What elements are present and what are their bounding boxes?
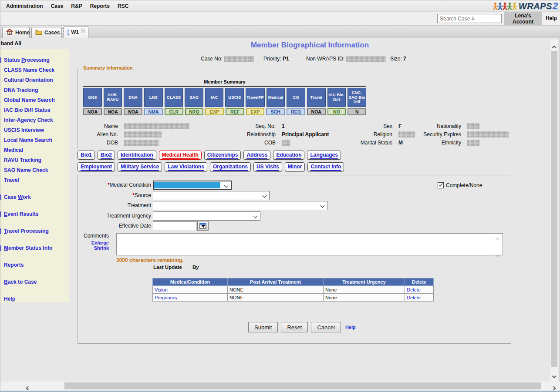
status-badge: NO	[327, 108, 346, 115]
complete-none-label: Complete/None	[446, 182, 482, 188]
vertical-scrollbar[interactable]	[550, 40, 558, 382]
member-tab-minor[interactable]: Minor	[285, 162, 305, 171]
member-tab-law-violations[interactable]: Law Violations	[165, 162, 207, 171]
header-toolbar: Lena's Account Help	[0, 12, 560, 26]
member-tab-military-service[interactable]: Military Service	[118, 162, 162, 171]
complete-none-checkbox[interactable]	[438, 182, 444, 188]
scroll-up-icon[interactable]	[553, 43, 556, 51]
member-tab-education[interactable]: Education	[273, 151, 304, 160]
cancel-button[interactable]: Cancel	[311, 322, 341, 332]
complete-none-field: Complete/None	[438, 182, 482, 188]
sidebar-item-status-processing[interactable]: Status Processing	[0, 55, 69, 65]
sidebar-item-member-status-info[interactable]: Member Status Info	[0, 243, 69, 253]
delete-link[interactable]: Delete	[405, 294, 434, 302]
sidebar-item-ravu-tracking[interactable]: RAVU Tracking	[0, 155, 69, 165]
menu-reports[interactable]: Reports	[90, 3, 110, 9]
sidebar-item-sao-name-check[interactable]: SAO Name Check	[0, 165, 69, 175]
member-tab-address[interactable]: Address	[243, 151, 270, 160]
sidebar-item-uscis-interview[interactable]: USCIS Interview	[0, 125, 69, 135]
member-tab-organizations[interactable]: Organizations	[210, 162, 251, 171]
reset-button[interactable]: Reset	[281, 322, 308, 332]
home-icon	[6, 29, 13, 37]
tab-cases-label: Cases	[44, 30, 60, 36]
sidebar-item-cultural-orientation[interactable]: Cultural Orientation	[0, 75, 69, 85]
horizontal-scrollbar[interactable]	[0, 382, 560, 390]
sidebar-item-medical[interactable]: Medical	[0, 145, 69, 155]
sidebar-item-travel-processing[interactable]: Travel Processing	[0, 226, 69, 236]
tab-cases[interactable]: Cases	[31, 27, 62, 38]
menu-rsc[interactable]: RSC	[118, 3, 128, 9]
sidebar-item-event-results[interactable]: Event Results	[0, 209, 69, 219]
member-tab-identification[interactable]: Identification	[118, 151, 156, 160]
delete-link[interactable]: Delete	[405, 286, 434, 294]
redacted-nationality	[467, 123, 479, 129]
vertical-scroll-thumb[interactable]	[551, 51, 557, 367]
form-help-link[interactable]: Help	[345, 325, 356, 330]
account-button[interactable]: Lena's Account	[504, 12, 542, 25]
tab-home[interactable]: Home	[2, 27, 30, 38]
status-badge: EXP	[205, 108, 224, 115]
scroll-down-icon[interactable]	[553, 372, 556, 379]
sidebar-item-class-name-check[interactable]: CLASS Name Check	[0, 65, 69, 75]
status-badge: NOA	[124, 108, 142, 115]
member-tab-bio1[interactable]: Bio1	[78, 151, 95, 160]
member-tab-bio2[interactable]: Bio2	[98, 151, 115, 160]
condition-link-pregnancy[interactable]: Pregnancy	[153, 294, 228, 302]
sidebar-item-iac-bio-diff-status[interactable]: IAC Bio Diff Status	[0, 105, 69, 115]
submit-button[interactable]: Submit	[248, 322, 278, 332]
textarea-scroll-down-icon[interactable]	[496, 250, 499, 258]
member-tab-us-visits[interactable]: US Visits	[253, 162, 282, 171]
condition-link-vision[interactable]: Vision	[153, 286, 228, 294]
summary-col-cnc-sao-bio-diff: CNC-SAO Bio Diff	[347, 88, 366, 107]
menu-administration[interactable]: Administration	[6, 3, 43, 9]
menu-case[interactable]: Case	[51, 3, 64, 9]
scroll-right-icon[interactable]	[552, 384, 555, 392]
search-case-input[interactable]	[437, 14, 502, 23]
treatment-urgency-select[interactable]	[153, 211, 260, 221]
shrink-link[interactable]: Shrink	[94, 245, 109, 251]
help-menu[interactable]: Help	[546, 15, 557, 21]
member-tab-citizenships[interactable]: Citizenships	[204, 151, 241, 160]
sidebar-item-travel[interactable]: Travel	[0, 175, 69, 185]
tab-w1[interactable]: W1	[64, 26, 88, 38]
member-tab-employment[interactable]: Employment	[78, 162, 115, 171]
calendar-picker-button[interactable]	[197, 221, 209, 231]
comments-textarea[interactable]	[116, 233, 503, 255]
sidebar-item-dna-tracking[interactable]: DNA Tracking	[0, 85, 69, 95]
logo-wraps-text: WRAPS	[519, 1, 552, 11]
effective-date-input[interactable]	[153, 221, 196, 230]
sidebar-item-local-name-search[interactable]: Local Name Search	[0, 135, 69, 145]
calendar-icon	[199, 223, 206, 229]
horizontal-scroll-thumb[interactable]	[64, 382, 541, 389]
medical-condition-label: *Medical Condition	[78, 182, 151, 188]
redacted-ethnicity	[467, 140, 479, 146]
logo-people-icon	[494, 2, 518, 10]
close-tab-icon[interactable]	[81, 28, 84, 33]
summary-col-travel: Travel	[307, 88, 326, 107]
textarea-scroll-up-icon[interactable]	[496, 235, 499, 243]
sidebar-item-case-work[interactable]: Case Work	[0, 192, 69, 202]
member-tabs-row1: Bio1 Bio2 Identification Medical Health …	[78, 151, 341, 160]
folder-icon	[35, 29, 42, 36]
status-badge: REQ	[287, 108, 305, 115]
member-tab-languages[interactable]: Languages	[307, 151, 341, 160]
sidebar-item-global-name-search[interactable]: Global Name Search	[0, 95, 69, 105]
scroll-left-icon[interactable]	[27, 384, 30, 392]
sidebar-item-reports[interactable]: Reports	[0, 260, 69, 270]
sidebar-item-back-to-case[interactable]: Back to Case	[0, 277, 69, 287]
sidebar-item-inter-agency-check[interactable]: Inter-Agency Check	[0, 115, 69, 125]
menu-rp[interactable]: R&P	[71, 3, 82, 9]
redacted-name	[124, 123, 189, 129]
enlarge-link[interactable]: Enlarge	[91, 240, 109, 245]
expand-all-link[interactable]: band All	[1, 40, 21, 47]
medical-condition-select[interactable]	[153, 181, 232, 190]
sidebar-item-help[interactable]: Help	[0, 294, 69, 304]
medical-conditions-table: MedicalCondition Post Arrival Treatment …	[152, 278, 434, 302]
source-select[interactable]	[153, 191, 270, 200]
summary-information-fieldset: Summary Information Member Summary GNS A…	[78, 65, 511, 149]
member-tab-medical-health[interactable]: Medical Health	[159, 151, 202, 160]
summary-col-travelfp: TravelFP	[246, 88, 265, 107]
member-tab-contact-info[interactable]: Contact Info	[307, 162, 344, 171]
effective-date-label: Effective Date	[78, 223, 151, 229]
treatment-select[interactable]	[153, 201, 327, 210]
